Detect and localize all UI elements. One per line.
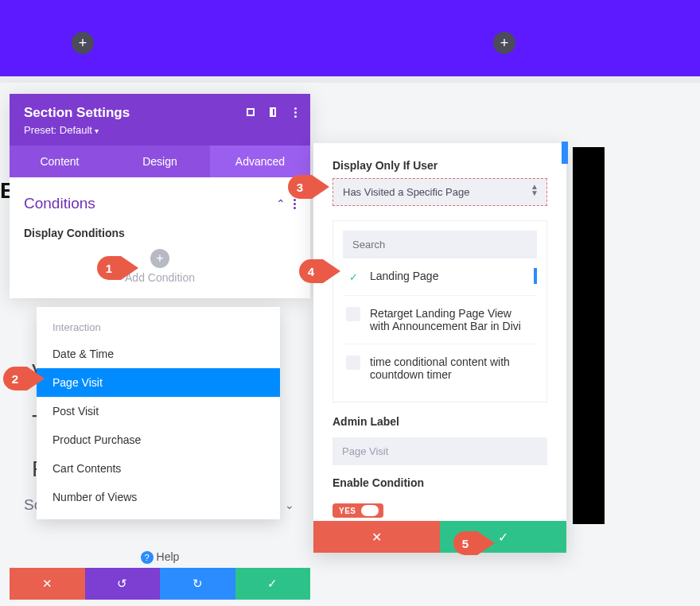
conditions-title: Conditions: [24, 195, 95, 212]
enable-condition-label: Enable Condition: [332, 476, 547, 489]
preset-dropdown[interactable]: Preset: Default: [24, 124, 296, 136]
help-link[interactable]: ?Help: [10, 550, 310, 564]
checkbox-checked-icon[interactable]: ✓: [346, 270, 360, 284]
page-picker: ✓ Landing Page Retarget Landing Page Vie…: [332, 220, 547, 402]
more-icon[interactable]: [288, 105, 302, 119]
admin-label-input[interactable]: [332, 437, 547, 465]
undo-button[interactable]: ↺: [85, 568, 161, 600]
display-conditions-label: Display Conditions: [24, 227, 296, 239]
tab-advanced[interactable]: Advanced: [210, 146, 310, 177]
panel-tabs: Content Design Advanced: [10, 146, 310, 177]
help-label: Help: [157, 550, 180, 563]
chevron-down-icon[interactable]: ⌄: [285, 499, 294, 511]
panel-header: Section Settings Preset: Default: [10, 94, 310, 146]
display-if-label: Display Only If User: [332, 159, 547, 172]
add-condition-label: Add Condition: [24, 271, 296, 284]
add-condition-button[interactable]: +: [150, 249, 169, 268]
dropdown-item[interactable]: Cart Contents: [37, 454, 280, 483]
enable-condition-toggle[interactable]: YES: [332, 503, 383, 518]
callout-4: 4: [299, 259, 340, 283]
callout-number: 4: [299, 259, 323, 283]
page-option[interactable]: time conditional content with countdown …: [343, 344, 537, 392]
dropdown-item[interactable]: Number of Views: [37, 483, 280, 511]
condition-type-dropdown: Interaction Date & Time Page Visit Post …: [37, 307, 280, 519]
panel-body: Conditions ⌃ Display Conditions + Add Co…: [10, 177, 310, 298]
page-option-label: time conditional content with countdown …: [370, 355, 534, 381]
dropdown-item[interactable]: Date & Time: [37, 340, 280, 368]
checkbox-unchecked[interactable]: [346, 307, 360, 321]
page-search-input[interactable]: [343, 231, 537, 258]
page-option[interactable]: Retarget Landing Page View with Announce…: [343, 296, 537, 344]
redo-button[interactable]: ↻: [160, 568, 235, 600]
condition-detail-panel: Display Only If User Has Visited a Speci…: [313, 143, 566, 553]
page-option-label: Landing Page: [370, 270, 438, 282]
condition-select[interactable]: Has Visited a Specific Page ▲▼: [332, 178, 547, 206]
conditions-section-header[interactable]: Conditions ⌃: [24, 188, 296, 219]
cancel-condition-button[interactable]: ✕: [313, 521, 440, 553]
select-arrows-icon: ▲▼: [531, 184, 539, 196]
admin-label-title: Admin Label: [332, 415, 547, 428]
callout-number: 1: [97, 256, 121, 280]
help-icon: ?: [141, 551, 154, 564]
section-settings-panel: Section Settings Preset: Default Content…: [10, 94, 310, 298]
toggle-text: YES: [339, 507, 356, 515]
dropdown-item[interactable]: Product Purchase: [37, 425, 280, 454]
section-more-icon[interactable]: [294, 199, 296, 209]
add-section-button-right[interactable]: +: [493, 32, 515, 54]
callout-number: 3: [288, 175, 312, 199]
page-option[interactable]: ✓ Landing Page: [343, 258, 537, 296]
chevron-up-icon[interactable]: ⌃: [276, 197, 286, 210]
callout-5: 5: [453, 531, 495, 555]
add-section-button-left[interactable]: +: [72, 32, 94, 54]
layout-icon[interactable]: [266, 105, 280, 119]
callout-2: 2: [3, 367, 45, 390]
toggle-knob: [361, 505, 379, 516]
tab-content[interactable]: Content: [10, 146, 110, 177]
builder-top-bar: + +: [0, 0, 700, 76]
background-dark-panel: [573, 147, 605, 524]
callout-3: 3: [288, 175, 329, 199]
condition-panel-footer: ✕ ✓: [313, 521, 566, 553]
divider: [0, 76, 700, 83]
cancel-button[interactable]: ✕: [10, 568, 85, 600]
panel-accent: [562, 142, 568, 164]
callout-1: 1: [97, 256, 138, 280]
condition-select-value: Has Visited a Specific Page: [343, 186, 469, 198]
selection-bar: [534, 268, 537, 284]
dropdown-category: Interaction: [37, 315, 280, 340]
tab-design[interactable]: Design: [110, 146, 210, 177]
dropdown-item[interactable]: Post Visit: [37, 397, 280, 425]
page-option-label: Retarget Landing Page View with Announce…: [370, 307, 534, 332]
dropdown-item-selected[interactable]: Page Visit: [37, 368, 280, 397]
callout-number: 2: [3, 367, 27, 390]
checkbox-unchecked[interactable]: [346, 355, 360, 370]
confirm-button[interactable]: ✓: [235, 568, 311, 600]
panel-footer: ✕ ↺ ↻ ✓: [10, 568, 310, 600]
callout-number: 5: [453, 531, 477, 555]
expand-icon[interactable]: [243, 105, 258, 119]
